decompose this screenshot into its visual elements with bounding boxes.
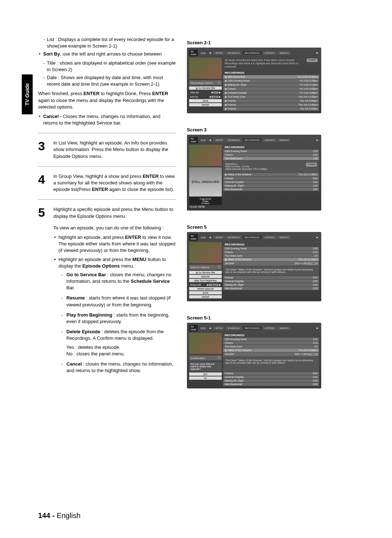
list-row: General Hospital1/10: [223, 375, 319, 379]
record-icon: ◉: [225, 95, 227, 98]
t: Making Mr. Right: [228, 83, 247, 86]
t: Friends: [225, 372, 233, 375]
record-icon: ◉: [225, 103, 227, 106]
step-4-body: In Group View, highlight a show and pres…: [53, 173, 176, 193]
list-row: The Dead Zone1/9: [223, 157, 319, 160]
t: again to close the episode list).: [108, 187, 174, 192]
tab-schedule: SCHEDULE: [225, 326, 242, 330]
sortby-rest: , use the left and right arrows to choos…: [60, 51, 162, 57]
t: 1/10: [313, 184, 318, 187]
list-row: ◉Making Mr. RightFri 1/10 5:15pm: [223, 83, 319, 87]
arrow-left-icon: ◀: [208, 236, 212, 239]
t: CBS Evening News: [225, 150, 247, 152]
panel-title: Confirmationⓘ: [189, 355, 222, 360]
t: All shows recorded are listed here Press…: [225, 59, 298, 68]
record-icon: ◉: [225, 87, 227, 90]
t: Cancel -: [43, 114, 62, 119]
info-pill: ⓘ INFO: [307, 353, 318, 355]
no-button: no: [189, 376, 222, 380]
list-row: The Dead Zone1/9: [223, 254, 319, 257]
screen-5-1-title: Screen 5-1: [187, 315, 370, 321]
t: Thu 1/9 11:00pm: [298, 173, 318, 176]
delete-episode-button: delete episode: [189, 287, 222, 290]
list-row: NBA Basketball2/20: [223, 287, 319, 290]
list-header: RECORDINGS: [223, 242, 319, 247]
screen-5-1: TVGUIDE 8:00 ◀ SETUP SCHEDULE RECORDINGS…: [187, 323, 321, 388]
t: : closes the menu, changes no informatio…: [66, 361, 173, 373]
list-row: ◉CheersFri 1/10 5:00pm: [223, 87, 319, 91]
t: Friends: [225, 177, 233, 180]
t: Go to Service Bar: [66, 272, 106, 277]
t: Valley of the Shadow: [228, 173, 251, 176]
t: Resume: [66, 295, 85, 301]
t: 1/10: [313, 154, 318, 156]
tabs: SETUP SCHEDULE RECORDINGS LISTINGS SEARC…: [213, 51, 314, 55]
t: I delete: [209, 284, 218, 286]
cancel-button: cancel: [189, 103, 222, 106]
separator: [38, 166, 176, 167]
info-text: ⓘ INFOAll shows recorded are listed here…: [223, 58, 319, 70]
t: ENTER: [152, 91, 168, 96]
preview-thumb: [189, 145, 222, 166]
t: Delete Episode: [66, 329, 100, 334]
left-column: List : Displays a complete list of every…: [38, 36, 176, 509]
list-row: The Dead Zone1/9: [223, 345, 319, 348]
t: Fri 1/10 5:15pm: [300, 83, 318, 86]
t: Recordings Options: [191, 82, 213, 84]
sortby-bold: Sort By: [43, 51, 60, 57]
t: ENTER: [92, 187, 108, 192]
info-icon: ⓘ: [218, 81, 220, 85]
t: Friends: [228, 99, 236, 102]
step-4-num: 4: [38, 173, 48, 193]
record-icon: ◉: [225, 76, 227, 78]
t: 1/10: [313, 379, 318, 382]
step5-view: To view an episode, you can do one of th…: [53, 225, 176, 231]
list-row: Cheers1/10: [223, 250, 319, 254]
ad-thumb: STILL UNSOLVED: [189, 167, 222, 196]
t: NBA Basketball: [225, 287, 242, 290]
t: NBA Basketball: [225, 188, 242, 191]
list-row: Cheers1/10: [223, 341, 319, 345]
t: 10:00pm: [190, 202, 221, 204]
record-icon: ◉: [225, 107, 227, 110]
channel-row: 34USAP045 ━ 1:00 ⓘ INFO: [223, 262, 319, 266]
tab-recordings: RECORDINGS: [242, 326, 262, 330]
list-row: Making Mr. Right1/10: [223, 379, 319, 382]
goto-service-bar-button: go to Service Bar: [189, 86, 222, 90]
list-row: ◉FriendsThu 1/9 11:00pm: [223, 103, 319, 107]
t: 045 ━ 1:00: [295, 353, 307, 355]
tab-schedule: SCHEDULE: [225, 138, 242, 142]
list-desc: List : Displays a complete list of every…: [38, 36, 176, 49]
t: 1/9: [314, 345, 318, 348]
t: INFO: [311, 262, 317, 265]
t: ENTER: [83, 91, 99, 96]
t: Valley of the Shadow: [228, 349, 251, 351]
screen-3: TVGUIDE 8:00 ◀ SETUP SCHEDULE RECORDINGS…: [187, 135, 321, 211]
list-row: ◉FriendsThu 1/9 6:00am: [223, 107, 319, 111]
t: Making Mr. Right: [225, 284, 244, 286]
t: sort by: [190, 95, 198, 98]
list-row: General Hospital1/10: [223, 280, 319, 283]
t: Cheers: [225, 154, 233, 156]
t: 1/10: [313, 247, 318, 250]
t: Cheers: [225, 342, 233, 344]
t: Friends: [228, 107, 236, 110]
cancel-button: cancel: [189, 295, 222, 298]
separator: [38, 199, 176, 200]
done-button: done: [189, 291, 222, 294]
t: Confirmation: [191, 357, 205, 359]
t: Episode Options: [191, 266, 209, 269]
list-row: ◉CBS Evening NewsFri 1/10 6:30pm: [223, 79, 319, 83]
t: 045 ━ 1:00: [295, 262, 307, 265]
tab-listings: LISTINGS: [262, 326, 277, 330]
t: Valley of the Shadow: [228, 258, 251, 261]
tab-search: SEARCH: [277, 138, 291, 142]
t: Highlight an episode and press the: [58, 257, 132, 262]
t: 2/20: [313, 287, 318, 290]
record-icon: ◉: [225, 173, 227, 176]
list-header: RECORDINGS: [223, 333, 319, 338]
list-row: CBS Evening News1/10: [223, 247, 319, 250]
step-5-num: 5: [38, 206, 48, 375]
t: Cheers: [228, 87, 236, 90]
preview-thumb: [189, 58, 222, 79]
